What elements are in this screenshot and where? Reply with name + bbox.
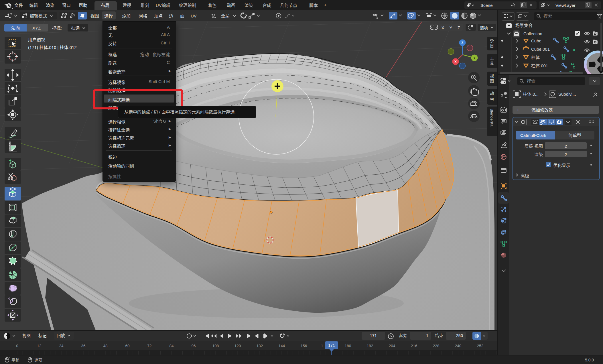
svg-text:场景集合: 场景集合 [515,23,533,28]
svg-text:柱体.001: 柱体.001 [531,63,548,68]
svg-text:柱体.0...: 柱体.0... [523,92,539,97]
svg-text:Collection: Collection [523,31,542,36]
svg-text:Z: Z [461,41,463,45]
svg-text:柱体: 柱体 [531,55,540,60]
svg-text:Subdivi...: Subdivi... [558,92,576,97]
svg-text:Cube.001: Cube.001 [531,47,550,52]
svg-text:Cube: Cube [531,38,541,43]
svg-text:Y: Y [473,56,476,60]
svg-text:X: X [454,60,457,64]
